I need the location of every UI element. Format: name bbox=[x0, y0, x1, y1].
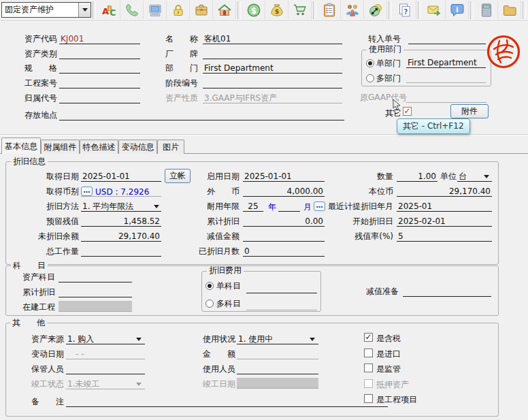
help-document-icon[interactable]: ? bbox=[393, 1, 416, 19]
transfer-no-input[interactable] bbox=[408, 33, 486, 44]
users-icon[interactable] bbox=[341, 1, 364, 19]
multi-department-radio[interactable] bbox=[366, 74, 374, 82]
usage-status-select[interactable]: 1. 使用中 bbox=[237, 334, 318, 344]
usage-status-dropdown-arrow[interactable] bbox=[310, 338, 315, 341]
depr-method-select[interactable]: 1. 平均年限法 bbox=[81, 201, 161, 212]
total-workload-input[interactable] bbox=[81, 246, 161, 257]
department-input[interactable]: First Department bbox=[203, 63, 342, 74]
dollar-coin-icon[interactable]: $ bbox=[242, 1, 265, 19]
tab-changes[interactable]: 变动信息 bbox=[118, 140, 157, 154]
shopping-cart-icon[interactable] bbox=[288, 1, 312, 19]
svg-text:i: i bbox=[456, 5, 459, 14]
last-depr-ym-input[interactable]: 2025-01 bbox=[397, 201, 492, 212]
attachment-button[interactable]: 附件 bbox=[450, 104, 489, 118]
home-icon[interactable] bbox=[213, 1, 236, 19]
base-currency-input[interactable]: 29,170.40 bbox=[397, 186, 492, 197]
accum-depr-account-input[interactable] bbox=[59, 287, 132, 297]
month-unit-label: 月 bbox=[303, 202, 312, 212]
impairment-reserve-input[interactable] bbox=[403, 286, 491, 297]
mortgaged-asset-label: 抵押资产 bbox=[376, 380, 409, 389]
clipboard-icon[interactable] bbox=[318, 1, 341, 19]
module-selector-dropdown-button[interactable] bbox=[78, 3, 90, 17]
unit-dropdown-arrow[interactable] bbox=[484, 175, 489, 178]
belong-code-input[interactable] bbox=[59, 93, 140, 103]
tab-basic-info[interactable]: 基本信息 bbox=[1, 138, 41, 154]
asset-code-input[interactable]: KJ001 bbox=[59, 33, 140, 44]
foreign-currency-input[interactable]: 4,000.00 bbox=[243, 186, 325, 197]
name-input[interactable]: 客机01 bbox=[203, 33, 342, 44]
reserved-salvage-input[interactable]: 1,458.52 bbox=[81, 216, 161, 227]
enable-date-input[interactable]: 2025-01-01 bbox=[243, 171, 325, 182]
is-tax-included-label: 是含税 bbox=[376, 334, 401, 343]
remark-input[interactable] bbox=[66, 396, 388, 407]
change-date-label: 变动日期 bbox=[31, 349, 64, 359]
amount-label: 金 额 bbox=[203, 349, 235, 359]
user-input[interactable] bbox=[237, 364, 318, 374]
year-unit-label: 年 bbox=[268, 202, 276, 212]
single-department-label: 单部门 bbox=[376, 59, 401, 68]
salvage-rate-input[interactable]: 5 bbox=[397, 231, 492, 242]
calculator-icon[interactable] bbox=[475, 1, 498, 19]
change-date-input: - - bbox=[66, 349, 145, 359]
computer-icon[interactable] bbox=[144, 1, 167, 19]
info-icon[interactable]: i bbox=[446, 1, 469, 19]
briefcase-icon[interactable] bbox=[190, 1, 213, 19]
depreciated-months-input[interactable]: 0 bbox=[243, 246, 325, 257]
multi-department-label: 多部门 bbox=[376, 74, 401, 83]
asset-account-label: 资产科目 bbox=[22, 272, 55, 282]
tab-description[interactable]: 特色描述 bbox=[80, 140, 118, 154]
location-input[interactable] bbox=[59, 110, 344, 120]
user-label: 使用人员 bbox=[203, 364, 235, 374]
is-imported-checkbox[interactable] bbox=[364, 349, 373, 357]
brand-input[interactable] bbox=[203, 48, 342, 59]
construction-in-progress-input bbox=[59, 301, 132, 312]
single-department-input[interactable]: First Department bbox=[406, 57, 486, 68]
tab-components[interactable]: 附属组件 bbox=[41, 140, 80, 154]
acquire-date-input[interactable]: 2025-01-01 bbox=[81, 171, 161, 182]
money-bag-icon[interactable]: $ bbox=[265, 1, 288, 19]
depr-method-dropdown-arrow[interactable] bbox=[154, 205, 159, 208]
tooltip: 其它 - Ctrl+F12 bbox=[397, 118, 470, 134]
depr-start-date-input[interactable]: 2025-02-01 bbox=[397, 216, 492, 227]
spec-input[interactable] bbox=[59, 63, 140, 74]
useful-life-lookup-button[interactable]: … bbox=[314, 201, 325, 211]
quantity-input[interactable]: 1.00 bbox=[397, 171, 438, 182]
other-checkbox[interactable]: ✓ bbox=[403, 107, 412, 116]
project-case-input[interactable] bbox=[59, 78, 140, 88]
currency-lookup-button[interactable]: … bbox=[81, 187, 93, 196]
post-account-button[interactable]: 立帐 bbox=[165, 169, 191, 183]
depr-expense-title: 折旧费用 bbox=[207, 266, 244, 275]
impairment-amount-input[interactable] bbox=[243, 231, 325, 242]
construction-in-progress-label: 在建工程 bbox=[22, 302, 55, 312]
useful-life-years-input[interactable]: 25 bbox=[243, 201, 263, 212]
asset-account-input[interactable] bbox=[59, 272, 132, 282]
useful-life-months-input[interactable] bbox=[278, 201, 300, 212]
custodian-input[interactable] bbox=[66, 364, 145, 374]
depr-method-label: 折旧方法 bbox=[26, 201, 79, 211]
reserved-salvage-label: 预留残值 bbox=[26, 216, 79, 226]
stage-no-input[interactable] bbox=[203, 78, 342, 88]
asset-category-input[interactable] bbox=[59, 48, 140, 59]
is-tax-included-checkbox[interactable]: ✓ bbox=[364, 333, 373, 342]
asset-source-dropdown-arrow[interactable] bbox=[136, 338, 142, 341]
folder-icon[interactable] bbox=[498, 1, 521, 19]
tab-pictures[interactable]: 图片 bbox=[157, 140, 184, 154]
single-department-radio[interactable] bbox=[366, 59, 374, 67]
phone-icon[interactable] bbox=[120, 1, 144, 19]
other-title: 其 他 bbox=[10, 319, 47, 327]
accum-depreciation-input[interactable]: 0.00 bbox=[243, 216, 325, 227]
module-selector[interactable]: 固定资产维护 bbox=[1, 2, 91, 18]
depreciated-months-label: 已折旧月数 bbox=[192, 246, 240, 256]
single-account-input[interactable] bbox=[246, 282, 317, 293]
is-project-checkbox[interactable] bbox=[364, 394, 373, 403]
spellcheck-icon[interactable]: A B C bbox=[97, 1, 120, 19]
transfer-icon[interactable] bbox=[364, 1, 387, 19]
undepreciated-balance-input[interactable]: 29,170.40 bbox=[81, 231, 161, 242]
send-mail-icon[interactable] bbox=[423, 1, 446, 19]
lock-icon[interactable] bbox=[167, 1, 190, 19]
is-supervised-checkbox[interactable] bbox=[364, 364, 373, 372]
asset-source-select[interactable]: 1. 购入 bbox=[66, 334, 145, 344]
single-account-radio[interactable] bbox=[205, 282, 214, 290]
spec-label: 规 格 bbox=[24, 63, 57, 73]
multi-account-radio[interactable] bbox=[205, 300, 214, 308]
